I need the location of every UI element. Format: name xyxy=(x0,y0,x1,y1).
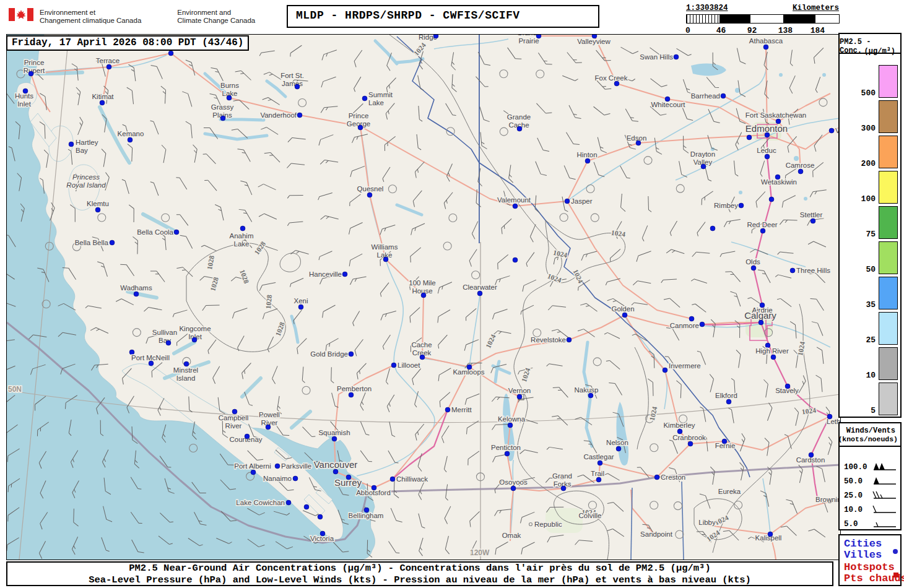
city-label: Clearwater xyxy=(463,283,497,291)
city-marker xyxy=(798,169,803,174)
city-marker xyxy=(477,291,482,296)
city-browning: Browning xyxy=(815,496,840,503)
city-marker xyxy=(390,477,395,482)
wind-legend-row: 100.0 xyxy=(840,462,900,474)
legend-swatch-35 xyxy=(879,277,898,309)
city-marker xyxy=(184,361,189,366)
city-label: Sullivan xyxy=(152,329,177,336)
city-marker xyxy=(245,434,250,439)
graticule-label: 120W xyxy=(470,548,490,557)
winds-legend-units: (knots/noeuds) xyxy=(838,435,898,443)
city-marker xyxy=(333,469,338,474)
isobar-label: 1028 xyxy=(264,294,273,309)
city-label: Red Deer xyxy=(747,221,777,228)
city-marker xyxy=(790,268,795,273)
city-marker xyxy=(585,158,590,163)
city-marker xyxy=(349,392,354,397)
city-courtenay: Courtenay xyxy=(229,434,262,443)
city-marker xyxy=(304,504,309,509)
city-label: Cranbrook xyxy=(672,434,706,441)
city-label: Minstrel xyxy=(173,366,198,374)
city-label: Princess xyxy=(72,173,100,181)
hotspots-label-en: Hotspots xyxy=(844,561,895,573)
legend-value: 200 xyxy=(843,159,876,168)
city-marker xyxy=(320,531,325,536)
legend-swatch-100 xyxy=(879,171,898,204)
city-label: Calgary xyxy=(744,310,776,321)
caption-line1: PM2.5 Near-Ground Air Concentrations (µg… xyxy=(7,563,832,574)
city-label: Vancouver xyxy=(314,459,358,470)
city-label: Royal Island xyxy=(66,181,106,189)
legend-swatch-10 xyxy=(879,347,898,380)
legend-swatch-50 xyxy=(879,241,898,274)
city-marker xyxy=(232,409,237,414)
city-marker xyxy=(297,113,302,118)
city-label: Three Hills xyxy=(796,267,830,274)
city-label: Invermere xyxy=(669,362,701,370)
city-label: Williams xyxy=(372,243,398,251)
city-surrey: Surrey xyxy=(334,475,362,488)
city-marker xyxy=(346,475,351,480)
city-marker xyxy=(765,154,770,159)
city-fort-st-james: Fort St.James xyxy=(280,72,304,89)
city-marker xyxy=(220,116,225,121)
city-label: Terrace xyxy=(96,57,120,64)
wind-barb-icon xyxy=(871,462,897,472)
city-label: Sandpoint xyxy=(640,530,673,538)
city-marker xyxy=(663,368,667,373)
city-marker xyxy=(95,207,100,212)
city-marker xyxy=(286,500,291,505)
city-tumbler-ridge: TumblerRidge xyxy=(415,35,441,41)
city-marker xyxy=(689,316,694,321)
scale-bar-graphic xyxy=(686,14,840,24)
city-label: Osoyoos xyxy=(499,478,528,486)
wind-barb-icon xyxy=(871,476,897,486)
winds-legend: Winds/Vents (knots/noeuds) 100.050.025.0… xyxy=(838,422,902,530)
city-label: Libby xyxy=(698,519,716,526)
city-label: Whitecourt xyxy=(651,101,686,108)
city-marker xyxy=(266,425,271,430)
city-label: Kingcome xyxy=(179,325,211,332)
wind-speed-value: 100.0 xyxy=(844,463,867,472)
city-marker xyxy=(769,197,774,202)
dept-name-fr: Environnement etChangement climatique Ca… xyxy=(40,8,141,25)
city-marker xyxy=(295,84,300,89)
city-marker xyxy=(765,132,770,137)
city-marker xyxy=(596,477,601,482)
city-label: Kitimat xyxy=(92,93,114,100)
valid-time-label: Friday, 17 April 2026 08:00 PDT (43/46) xyxy=(6,35,249,51)
city-label: Pemberton xyxy=(337,385,372,392)
city-label: Omak xyxy=(502,532,521,539)
city-marker xyxy=(100,100,105,105)
city-marker xyxy=(358,125,363,130)
city-marker xyxy=(513,257,518,262)
city-marker xyxy=(622,313,627,318)
legend-value: 10 xyxy=(843,371,876,380)
city-colville: Colville xyxy=(578,512,601,519)
city-label: Lake Cowichan xyxy=(236,499,285,506)
city-marker xyxy=(561,486,566,491)
city-marker xyxy=(747,135,752,140)
city-marker xyxy=(168,51,173,56)
wind-barb-icon xyxy=(871,504,897,514)
city-marker xyxy=(763,45,768,50)
city-label: Eureka xyxy=(718,488,741,495)
dept-name-en: Environment andClimate Change Canada xyxy=(177,8,255,25)
pm25-legend: PM2.5 - Conc. (µg/m³) 500300200100755035… xyxy=(838,33,902,418)
legend-swatch-500 xyxy=(879,65,898,98)
city-marker xyxy=(701,164,706,169)
city-label: Powell xyxy=(259,411,280,418)
legend-value: 50 xyxy=(843,265,876,274)
city-marker xyxy=(391,363,396,368)
city-marker xyxy=(636,141,641,145)
city-label: Port McNeill xyxy=(131,354,170,361)
city-marker xyxy=(445,407,450,412)
eccc-logo: Environnement etChangement climatique Ca… xyxy=(9,8,255,25)
city-grassy-plains: GrassyPlains xyxy=(211,103,234,121)
city-label: Lillooet xyxy=(398,361,420,369)
city-marker xyxy=(829,128,834,133)
city-label: Golden xyxy=(611,305,634,313)
city-marker xyxy=(69,142,74,147)
city-label: Fort Saskatchewan xyxy=(745,111,806,119)
map-canvas[interactable]: 1028102810281028102810281024102410241024… xyxy=(6,34,841,560)
